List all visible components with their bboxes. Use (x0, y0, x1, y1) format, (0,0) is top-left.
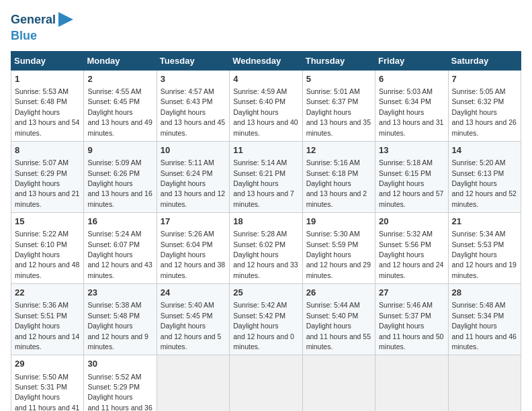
daylight-duration: and 11 hours and 50 minutes. (379, 332, 443, 351)
sunset-info: Sunset: 6:15 PM (379, 169, 431, 177)
calendar-cell: 3 Sunrise: 4:57 AM Sunset: 6:43 PM Dayli… (157, 70, 229, 141)
header-wednesday: Wednesday (230, 51, 302, 70)
calendar-cell: 6 Sunrise: 5:03 AM Sunset: 6:34 PM Dayli… (375, 70, 448, 141)
calendar-week-5: 29 Sunrise: 5:50 AM Sunset: 5:31 PM Dayl… (11, 355, 521, 411)
sunset-info: Sunset: 6:29 PM (15, 169, 67, 177)
daylight-label: Daylight hours (233, 322, 278, 330)
sunset-info: Sunset: 6:26 PM (87, 169, 140, 177)
daylight-duration: and 13 hours and 26 minutes. (452, 118, 517, 136)
day-number: 20 (379, 216, 444, 228)
day-number: 6 (379, 73, 444, 85)
sunset-info: Sunset: 6:07 PM (87, 240, 140, 248)
sunrise-info: Sunrise: 5:03 AM (379, 87, 433, 95)
day-number: 1 (15, 73, 80, 85)
daylight-label: Daylight hours (379, 108, 424, 116)
daylight-duration: and 13 hours and 54 minutes. (15, 118, 79, 136)
day-number: 16 (87, 216, 152, 228)
sunset-info: Sunset: 6:02 PM (233, 240, 285, 248)
day-number: 25 (233, 287, 298, 299)
calendar-cell: 9 Sunrise: 5:09 AM Sunset: 6:26 PM Dayli… (84, 141, 157, 212)
daylight-duration: and 12 hours and 24 minutes. (379, 261, 443, 279)
daylight-duration: and 13 hours and 49 minutes. (87, 118, 152, 136)
daylight-label: Daylight hours (161, 108, 206, 116)
calendar-cell: 13 Sunrise: 5:18 AM Sunset: 6:15 PM Dayl… (375, 141, 448, 212)
daylight-label: Daylight hours (306, 322, 351, 330)
sunset-info: Sunset: 5:31 PM (15, 383, 67, 391)
sunset-info: Sunset: 6:48 PM (15, 97, 67, 105)
daylight-duration: and 13 hours and 21 minutes. (15, 189, 79, 208)
sunrise-info: Sunrise: 5:50 AM (15, 373, 69, 381)
calendar-cell (157, 355, 229, 411)
calendar-cell: 18 Sunrise: 5:28 AM Sunset: 6:02 PM Dayl… (230, 213, 302, 284)
sunset-info: Sunset: 6:18 PM (306, 169, 359, 177)
sunset-info: Sunset: 6:34 PM (379, 97, 431, 105)
sunrise-info: Sunrise: 5:34 AM (452, 230, 506, 238)
calendar-cell: 10 Sunrise: 5:11 AM Sunset: 6:24 PM Dayl… (157, 141, 229, 212)
calendar-cell: 8 Sunrise: 5:07 AM Sunset: 6:29 PM Dayli… (11, 141, 84, 212)
calendar-cell: 27 Sunrise: 5:46 AM Sunset: 5:37 PM Dayl… (375, 284, 448, 355)
day-number: 27 (379, 287, 444, 299)
daylight-label: Daylight hours (379, 250, 424, 259)
day-number: 11 (233, 144, 298, 156)
day-number: 10 (161, 144, 226, 156)
svg-marker-0 (58, 12, 73, 27)
calendar-cell: 7 Sunrise: 5:05 AM Sunset: 6:32 PM Dayli… (448, 70, 521, 141)
sunset-info: Sunset: 6:37 PM (306, 97, 359, 105)
day-number: 8 (15, 144, 80, 156)
daylight-label: Daylight hours (306, 250, 351, 259)
day-number: 2 (87, 73, 152, 85)
day-number: 7 (452, 73, 517, 85)
sunset-info: Sunset: 5:29 PM (87, 383, 140, 391)
calendar-cell: 5 Sunrise: 5:01 AM Sunset: 6:37 PM Dayli… (302, 70, 375, 141)
sunrise-info: Sunrise: 5:01 AM (306, 87, 360, 95)
sunset-info: Sunset: 6:13 PM (452, 169, 504, 177)
day-number: 29 (15, 358, 80, 370)
daylight-duration: and 12 hours and 57 minutes. (379, 189, 443, 208)
daylight-duration: and 13 hours and 2 minutes. (306, 189, 367, 208)
day-number: 12 (306, 144, 371, 156)
daylight-duration: and 13 hours and 31 minutes. (379, 118, 443, 136)
sunrise-info: Sunrise: 5:44 AM (306, 301, 360, 309)
sunrise-info: Sunrise: 4:55 AM (87, 87, 141, 95)
sunrise-info: Sunrise: 5:16 AM (306, 158, 360, 167)
day-number: 30 (87, 358, 152, 370)
daylight-duration: and 12 hours and 0 minutes. (233, 332, 294, 351)
daylight-label: Daylight hours (452, 108, 497, 116)
daylight-label: Daylight hours (379, 179, 424, 187)
day-number: 26 (306, 287, 371, 299)
day-number: 21 (452, 216, 517, 228)
sunrise-info: Sunrise: 5:05 AM (452, 87, 506, 95)
header-sunday: Sunday (11, 51, 84, 70)
day-number: 13 (379, 144, 444, 156)
calendar-cell: 23 Sunrise: 5:38 AM Sunset: 5:48 PM Dayl… (84, 284, 157, 355)
daylight-label: Daylight hours (452, 322, 497, 330)
sunset-info: Sunset: 5:48 PM (87, 312, 140, 320)
calendar-week-4: 22 Sunrise: 5:36 AM Sunset: 5:51 PM Dayl… (11, 284, 521, 355)
sunrise-info: Sunrise: 5:32 AM (379, 230, 433, 238)
daylight-duration: and 12 hours and 29 minutes. (306, 261, 371, 279)
sunrise-info: Sunrise: 5:09 AM (87, 158, 141, 167)
calendar-cell: 14 Sunrise: 5:20 AM Sunset: 6:13 PM Dayl… (448, 141, 521, 212)
daylight-duration: and 11 hours and 55 minutes. (306, 332, 371, 351)
header-thursday: Thursday (302, 51, 375, 70)
sunrise-info: Sunrise: 5:53 AM (15, 87, 69, 95)
daylight-label: Daylight hours (87, 250, 132, 259)
daylight-label: Daylight hours (15, 393, 60, 401)
calendar-cell: 28 Sunrise: 5:48 AM Sunset: 5:34 PM Dayl… (448, 284, 521, 355)
daylight-label: Daylight hours (233, 108, 278, 116)
calendar-cell: 22 Sunrise: 5:36 AM Sunset: 5:51 PM Dayl… (11, 284, 84, 355)
daylight-label: Daylight hours (161, 250, 206, 259)
calendar-week-3: 15 Sunrise: 5:22 AM Sunset: 6:10 PM Dayl… (11, 213, 521, 284)
calendar-week-1: 1 Sunrise: 5:53 AM Sunset: 6:48 PM Dayli… (11, 70, 521, 141)
calendar-cell: 21 Sunrise: 5:34 AM Sunset: 5:53 PM Dayl… (448, 213, 521, 284)
calendar-cell: 20 Sunrise: 5:32 AM Sunset: 5:56 PM Dayl… (375, 213, 448, 284)
calendar-cell (448, 355, 521, 411)
logo-text: General (11, 13, 56, 27)
daylight-label: Daylight hours (87, 108, 132, 116)
day-number: 24 (161, 287, 226, 299)
calendar-cell: 26 Sunrise: 5:44 AM Sunset: 5:40 PM Dayl… (302, 284, 375, 355)
calendar-cell: 15 Sunrise: 5:22 AM Sunset: 6:10 PM Dayl… (11, 213, 84, 284)
sunset-info: Sunset: 5:53 PM (452, 240, 504, 248)
daylight-label: Daylight hours (233, 179, 278, 187)
calendar-cell: 16 Sunrise: 5:24 AM Sunset: 6:07 PM Dayl… (84, 213, 157, 284)
